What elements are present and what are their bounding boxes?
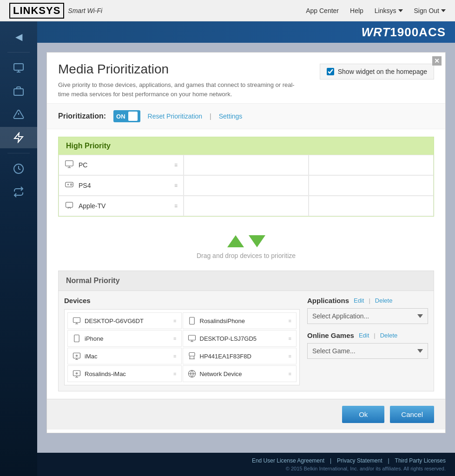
online-games-row: Online Games Edit | Delete Select Game..… — [307, 331, 428, 359]
nav-appcenter[interactable]: App Center — [306, 7, 339, 14]
devices-section: Devices DESKTOP-G6VG6DT ≡ — [64, 297, 300, 385]
applications-row: Applications Edit | Delete Select Applic… — [307, 297, 428, 324]
widget-checkbox-text: Show widget on the homepage — [338, 68, 427, 75]
sidebar-icon-alert[interactable] — [0, 104, 37, 125]
svg-rect-8 — [66, 202, 73, 207]
device-row-network[interactable]: Network Device ≡ — [183, 365, 297, 382]
device-row-desktop-g6[interactable]: DESKTOP-G6VG6DT ≡ — [67, 312, 182, 329]
router-model: WRT1900ACS — [362, 25, 446, 40]
modal-wrapper: ✕ Media Prioritization Give priority to … — [37, 43, 455, 453]
hp-cell-3-1 — [309, 155, 434, 175]
device-row-rosalinds-imac[interactable]: Rosalinds-iMac ≡ — [67, 365, 182, 382]
svg-point-16 — [76, 355, 78, 357]
select-game[interactable]: Select Game... — [307, 343, 428, 359]
page-footer: End User License Agreement | Privacy Sta… — [37, 453, 455, 476]
settings-link[interactable]: Settings — [219, 112, 243, 120]
router-wrt: WRT — [362, 25, 390, 39]
device-name-imac: iMac — [85, 353, 170, 360]
hp-device-appletv[interactable]: Apple-TV ≡ — [59, 196, 184, 216]
devices-title: Devices — [64, 297, 300, 304]
applications-title-row: Applications Edit | Delete — [307, 297, 428, 304]
hp-device-pc-drag[interactable]: ≡ — [174, 162, 178, 168]
games-edit-link[interactable]: Edit — [359, 332, 369, 339]
hp-device-ps4-name: PS4 — [79, 182, 170, 189]
sidebar-icon-connections[interactable] — [0, 181, 37, 203]
device-drag-desktop-g6[interactable]: ≡ — [173, 318, 176, 324]
arrow-down-icon — [249, 235, 265, 247]
svg-rect-1 — [14, 89, 23, 95]
footer-links: End User License Agreement | Privacy Sta… — [252, 457, 446, 464]
device-row-desktop-ls[interactable]: DESKTOP-LSJ7GD5 ≡ — [183, 330, 297, 347]
games-delete-link[interactable]: Delete — [380, 332, 398, 339]
arrow-up-icon — [227, 235, 244, 247]
header-bar: WRT1900ACS — [37, 21, 455, 43]
hp-device-appletv-name: Apple-TV — [79, 202, 170, 210]
hp-cell-3-2 — [309, 175, 434, 196]
device-drag-rosalindsiphone[interactable]: ≡ — [289, 318, 291, 324]
svg-rect-5 — [66, 161, 73, 166]
hp-device-pc-name: PC — [79, 161, 170, 169]
device-row-hp[interactable]: HP441EA1F83F8D ≡ — [183, 348, 297, 364]
widget-checkbox[interactable] — [327, 68, 334, 75]
online-games-title: Online Games — [307, 331, 354, 339]
eula-link[interactable]: End User License Agreement — [252, 457, 324, 464]
sidebar-divider-2 — [7, 153, 30, 153]
device-drag-rosalinds-imac[interactable]: ≡ — [173, 371, 176, 377]
toggle-switch[interactable]: ON — [113, 110, 140, 122]
sidebar-icon-clock[interactable] — [0, 158, 37, 179]
hp-device-ps4-drag[interactable]: ≡ — [174, 182, 178, 189]
sidebar-icon-briefcase[interactable] — [0, 80, 37, 102]
normal-priority-header: Normal Priority — [59, 271, 434, 291]
reset-prioritization-link[interactable]: Reset Prioritization — [148, 112, 203, 120]
iphone-icon-1 — [188, 317, 196, 325]
applications-delete-link[interactable]: Delete — [375, 297, 393, 304]
svg-rect-9 — [73, 317, 80, 323]
content-area: WRT1900ACS ✕ Media Prioritization Give p… — [37, 21, 455, 476]
cancel-button[interactable]: Cancel — [390, 406, 434, 423]
imac-icon-1 — [73, 352, 81, 360]
device-drag-desktop-ls[interactable]: ≡ — [289, 336, 291, 341]
online-games-title-row: Online Games Edit | Delete — [307, 331, 428, 339]
separator-1: | — [210, 112, 211, 120]
nav-help[interactable]: Help — [350, 7, 363, 14]
device-row-rosalindsiphone[interactable]: RosalindsiPhone ≡ — [183, 312, 297, 329]
network-icon — [188, 370, 196, 378]
pipe-2: | — [374, 332, 375, 339]
nav-signout[interactable]: Sign Out — [414, 7, 446, 14]
hp-cell-2-1 — [184, 155, 309, 175]
applications-edit-link[interactable]: Edit — [354, 297, 364, 304]
linksys-dropdown-icon — [398, 9, 403, 12]
device-row-iphone[interactable]: iPhone ≡ — [67, 330, 182, 347]
ok-button[interactable]: Ok — [342, 406, 384, 423]
desktop-icon-2 — [188, 334, 196, 343]
signout-dropdown-icon — [441, 9, 446, 12]
hp-device-pc[interactable]: PC ≡ — [59, 155, 184, 175]
sidebar: ◀ — [0, 21, 37, 476]
ps4-icon — [65, 180, 74, 191]
hp-device-appletv-drag[interactable]: ≡ — [174, 203, 178, 209]
modal-footer: Ok Cancel — [47, 399, 445, 430]
hp-device-ps4[interactable]: PS4 ≡ — [59, 175, 184, 196]
top-navigation: LINKSYS Smart Wi-Fi App Center Help Link… — [0, 0, 455, 21]
sidebar-back-button[interactable]: ◀ — [0, 26, 37, 47]
nav-linksys[interactable]: Linksys — [375, 7, 403, 14]
widget-checkbox-label[interactable]: Show widget on the homepage — [320, 64, 434, 79]
sidebar-icon-devices[interactable] — [0, 57, 37, 79]
device-drag-network[interactable]: ≡ — [289, 371, 291, 377]
privacy-link[interactable]: Privacy Statement — [337, 457, 382, 464]
svg-rect-14 — [188, 335, 195, 340]
device-name-network: Network Device — [200, 370, 285, 377]
appletv-icon — [65, 200, 74, 212]
thirdparty-link[interactable]: Third Party Licenses — [395, 457, 446, 464]
device-drag-hp[interactable]: ≡ — [289, 353, 291, 359]
device-name-rosalinds-imac: Rosalinds-iMac — [85, 370, 170, 377]
device-row-imac[interactable]: iMac ≡ — [67, 348, 182, 364]
high-priority-header: High Priority — [59, 137, 434, 155]
main-layout: ◀ WRT1900ACS — [0, 21, 455, 476]
device-drag-imac[interactable]: ≡ — [173, 353, 176, 359]
device-drag-iphone[interactable]: ≡ — [173, 336, 176, 341]
applications-title: Applications — [307, 297, 349, 304]
modal-close-button[interactable]: ✕ — [432, 56, 442, 66]
select-application[interactable]: Select Application... — [307, 308, 428, 324]
sidebar-icon-priority[interactable] — [0, 127, 37, 148]
